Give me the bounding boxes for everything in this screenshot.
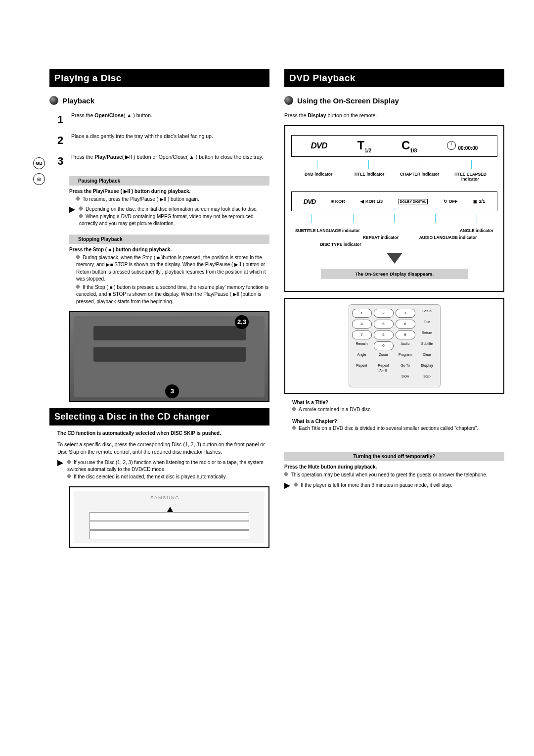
osd-row-2: DVD ■ KOR ◀ KOR 1/3 DOLBY DIGITAL ↻ OFF …	[291, 191, 497, 211]
pausing-resume: To resume, press the Play/Pause ( ▶II ) …	[76, 196, 269, 203]
what-is-title-a: A movie contained in a DVD disc.	[292, 406, 504, 414]
remote-illustration: 123Setup 456Title 789Return Remain0Audio…	[284, 298, 504, 394]
step-2: 2 Place a disc gently into the tray with…	[57, 133, 269, 148]
osd-labels-1: DVD indicator TITLE indicator CHAPTER in…	[293, 172, 495, 182]
dvd-logo-icon: DVD	[304, 198, 315, 205]
stopping-detail-1: During playback, when the Stop ( ■ )butt…	[76, 254, 269, 283]
subhead-playback: Playback	[49, 96, 269, 105]
osd-disappear-note: The On-Screen Display disappears.	[321, 269, 468, 279]
what-is-chapter-a: Each Title on a DVD disc is divided into…	[292, 425, 504, 432]
heading-playing-disc: Playing a Disc	[49, 69, 269, 87]
what-is-title-q: What is a Title?	[292, 400, 504, 405]
what-is-chapter-q: What is a Chapter?	[292, 419, 504, 424]
heading-cd-changer: Selecting a Disc in the CD changer	[49, 408, 269, 425]
osd-box: DVD T1/2 C1/8 00:00:00 DVD indicator TIT…	[284, 125, 504, 292]
cd-select-para: To select a specific disc, press the cor…	[57, 441, 269, 456]
pausing-header: Pausing Playback	[69, 176, 269, 186]
cd-auto-note: The CD function is automatically selecte…	[57, 430, 269, 436]
heading-dvd-playback: DVD Playback	[284, 69, 504, 87]
clock-icon	[447, 141, 456, 150]
cd-changer-illustration: SAMSUNG	[69, 486, 269, 548]
stereo-illustration: 2,3 3	[69, 311, 269, 402]
stopping-header: Stopping Playback	[69, 235, 269, 244]
osd-labels-2: SUBTITLE LANGUAGE indicator ANGLE indica…	[293, 227, 495, 248]
mute-note: If the player is left for more than 3 mi…	[284, 482, 504, 489]
margin-icons: GB ◎	[33, 157, 45, 189]
step-3: 3 Press the Play/Pause( ▶II ) button or …	[57, 153, 269, 169]
pausing-instruction: Press the Play/Pause ( ▶II ) button duri…	[69, 189, 269, 194]
arrow-down-icon	[387, 253, 402, 264]
callout-2-3: 2,3	[235, 315, 249, 329]
stopping-detail-2: If the Stop ( ■ ) button is pressed a se…	[76, 284, 269, 306]
disc-badge: ◎	[33, 173, 45, 185]
cd-note-block: If you use the Disc (1, 2, 3) function w…	[57, 459, 269, 481]
mute-detail: This operation may be useful when you ne…	[284, 472, 504, 479]
left-column: Playing a Disc Playback 1 Press the Open…	[49, 69, 269, 554]
gb-badge: GB	[33, 157, 45, 169]
mute-instruction: Press the Mute button during playback.	[284, 464, 504, 470]
step-1: 1 Press the Open/Close( ▲ ) button.	[57, 112, 269, 128]
osd-intro: Press the Display button on the remote.	[284, 112, 504, 119]
osd-row-1: DVD T1/2 C1/8 00:00:00	[291, 135, 497, 157]
mute-header: Turning the sound off temporarily?	[284, 452, 504, 461]
dvd-logo-icon: DVD	[311, 141, 327, 151]
pausing-note-1: Depending on the disc, the initial disc …	[69, 206, 269, 228]
subhead-osd: Using the On-Screen Display	[284, 96, 504, 105]
right-column: DVD Playback Using the On-Screen Display…	[284, 69, 504, 554]
stopping-instruction: Press the Stop ( ■ ) button during playb…	[69, 247, 269, 252]
